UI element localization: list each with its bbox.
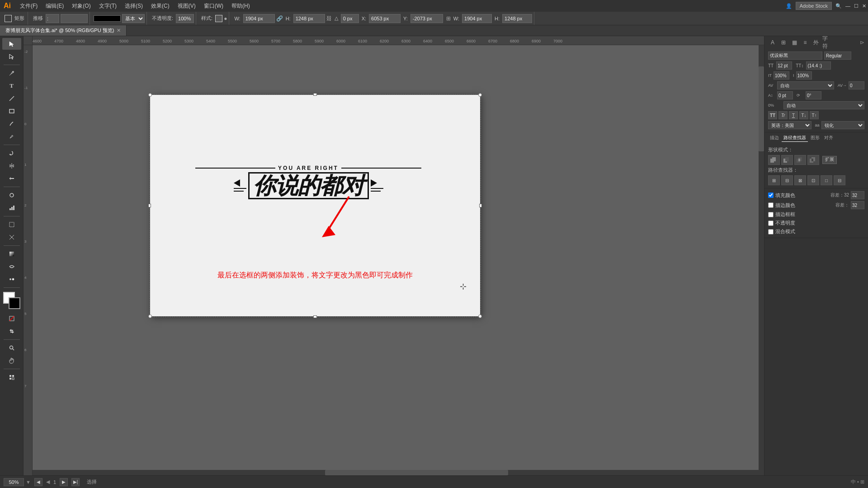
tool-select[interactable] [2,38,21,50]
h2-input[interactable] [502,14,532,23]
tool-symbol[interactable] [2,189,21,201]
nav-next-btn[interactable]: ▶ [60,478,68,486]
zoom-dropdown-icon[interactable]: ▼ [26,479,31,485]
h-scroll-thumb[interactable] [325,470,508,475]
close-button[interactable]: ✕ [862,3,866,9]
leading2-select[interactable]: 自动 [783,101,864,109]
angle-input[interactable] [341,14,359,23]
scale-v-input[interactable] [796,71,812,80]
shape-exclude[interactable] [807,155,819,165]
menu-view[interactable]: 视图(V) [174,1,199,11]
menu-effect[interactable]: 效果(C) [147,1,173,11]
font-size-input[interactable] [776,61,792,70]
tool-rotate[interactable] [2,147,21,159]
tab-shape[interactable]: 图形 [809,134,821,142]
tool-type[interactable]: T [2,80,21,92]
subscript-btn[interactable]: T↓ [799,111,808,119]
stroke-tolerance-input[interactable] [851,201,864,209]
pf-outline[interactable]: □ [821,175,832,185]
color-boxes[interactable] [3,292,20,309]
pf-crop[interactable]: ⊡ [807,175,819,185]
tool-graph[interactable] [2,202,21,214]
pf-trim[interactable]: ⊟ [781,175,793,185]
menu-type[interactable]: 文字(T) [95,1,120,11]
frame-checkbox[interactable] [768,212,774,217]
nav-prev-btn[interactable]: ◀ [34,478,42,486]
fill-tolerance-input[interactable] [851,191,864,199]
w2-input[interactable] [462,14,492,23]
zoom-input[interactable] [4,478,24,486]
menu-edit[interactable]: 编辑(E) [42,1,67,11]
stroke-checkbox[interactable] [768,202,774,208]
tool-rect[interactable] [2,105,21,117]
panel-icon-3[interactable]: ▦ [790,38,799,47]
tab-align[interactable]: 对齐 [822,134,835,142]
tool-pencil[interactable] [2,131,21,142]
shape-intersect[interactable] [794,155,806,165]
rotation-input[interactable] [806,91,821,99]
panel-icon-1[interactable]: A [768,38,777,47]
opacity-checkbox[interactable] [768,221,774,226]
menu-window[interactable]: 窗口(W) [200,1,227,11]
opacity-input[interactable]: 100% [176,14,194,23]
panel-icon-2[interactable]: ⊞ [779,38,788,47]
tab-stroke[interactable]: 描边 [768,134,781,142]
panel-icon-5[interactable]: 外 [811,38,821,47]
nudge-input[interactable] [61,14,88,23]
tool-artboard[interactable] [2,219,21,230]
menu-select[interactable]: 选择(S) [121,1,146,11]
document-tab[interactable]: 赛博朋克风字体合集.ai* @ 50% (RGB/GPU 预览) ✕ [0,25,127,36]
expand-btn[interactable]: 扩展 [822,156,837,164]
menu-object[interactable]: 对象(O) [68,1,94,11]
x-input[interactable] [369,14,401,23]
fill-checkbox[interactable] [768,192,774,198]
tracking-input[interactable] [849,81,864,89]
tool-brush[interactable] [2,118,21,130]
blend-checkbox[interactable] [768,229,774,235]
italic-btn[interactable]: Tr [778,111,788,119]
background-color[interactable] [9,297,20,309]
swap-colors[interactable] [2,325,21,337]
shape-minus[interactable] [781,155,793,165]
v-scroll-thumb[interactable] [759,66,764,151]
baseline-input[interactable] [777,91,793,99]
bold-btn[interactable]: TT [768,111,777,119]
panel-expand-icon[interactable]: ⊳ [860,39,864,46]
tool-zoom[interactable] [2,342,21,354]
pf-merge[interactable]: ⊠ [794,175,806,185]
canvas-area[interactable]: 4600 4700 4800 4900 5000 5100 5200 5300 … [24,36,764,475]
tool-line[interactable] [2,93,21,104]
height-input[interactable]: 1248 px [293,14,325,23]
tool-direct-select[interactable] [2,51,21,62]
adobe-stock-button[interactable]: Adobe Stock [796,2,832,10]
tool-gradient[interactable] [2,248,21,260]
tool-hand[interactable] [2,355,21,366]
y-input[interactable] [410,14,443,23]
search-icon[interactable]: 🔍 [835,3,842,9]
underline-btn[interactable]: T [789,111,798,119]
pf-subtract[interactable]: ⊟ [834,175,845,185]
leading-input[interactable] [806,61,831,70]
tool-extra[interactable] [2,371,21,383]
nudge-select[interactable] [46,14,59,23]
language-select[interactable]: 英语：美国 [768,121,811,129]
tab-pathfinder[interactable]: 路径查找器 [782,134,808,142]
shape-unite[interactable] [768,155,780,165]
tool-slice[interactable] [2,231,21,243]
stroke-select[interactable]: 基本 [122,14,145,23]
tab-close-icon[interactable]: ✕ [117,28,121,33]
pf-divide[interactable]: ⊞ [768,175,780,185]
scale-h-input[interactable] [774,71,789,80]
font-name-input[interactable] [768,52,822,60]
tool-width[interactable] [2,173,21,184]
tool-mirror[interactable] [2,160,21,172]
menu-help[interactable]: 帮助(H) [228,1,254,11]
tool-pen[interactable] [2,67,21,79]
vertical-scrollbar[interactable] [759,45,764,470]
menu-file[interactable]: 文件(F) [16,1,41,11]
tool-blend[interactable] [2,273,21,285]
panel-icon-4[interactable]: ≡ [801,38,810,47]
maximize-button[interactable]: ☐ [854,3,859,9]
minimize-button[interactable]: — [845,3,850,9]
tool-mesh[interactable] [2,261,21,272]
